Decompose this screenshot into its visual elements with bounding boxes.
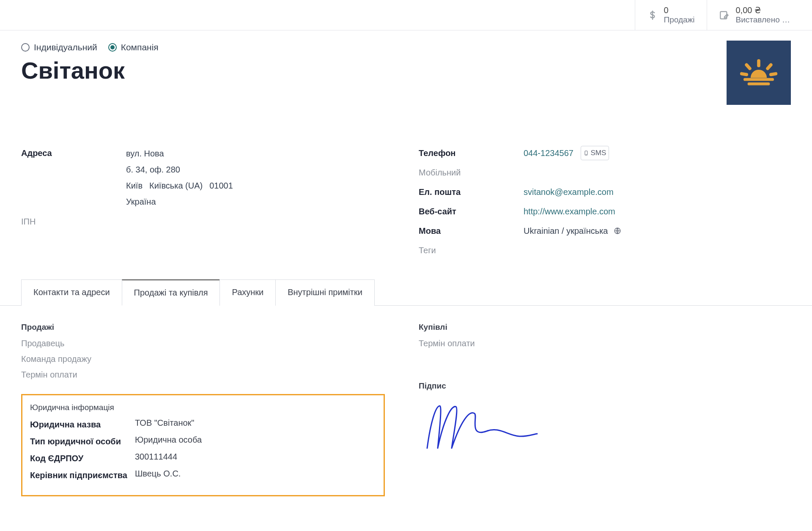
language-value[interactable]: Ukrainian / українська xyxy=(524,226,608,235)
sales-stat-button[interactable]: 0 Продажі xyxy=(635,0,707,30)
radio-individual[interactable]: Індивідуальний xyxy=(21,42,97,52)
legal-type-value[interactable]: Юридична особа xyxy=(135,435,376,445)
salesteam-field[interactable]: Команда продажу xyxy=(21,354,393,364)
tags-value[interactable] xyxy=(524,243,791,258)
sms-button[interactable]: SMS xyxy=(581,146,609,161)
ipn-label: ІПН xyxy=(21,214,126,229)
email-label: Ел. пошта xyxy=(419,184,524,200)
svg-line-4 xyxy=(742,74,747,75)
svg-line-3 xyxy=(768,65,771,69)
radio-dot-icon xyxy=(21,43,30,52)
legal-head-value[interactable]: Швець О.С. xyxy=(135,469,376,479)
purchase-payterm-field[interactable]: Термін оплати xyxy=(419,339,791,348)
legal-name-value[interactable]: ТОВ "Світанок" xyxy=(135,418,376,428)
mobile-label: Мобільний xyxy=(419,165,524,180)
email-value[interactable]: svitanok@example.com xyxy=(524,187,614,197)
legal-info-box: Юридична інформація Юридична назва ТОВ "… xyxy=(21,394,385,496)
legal-code-value[interactable]: 300111444 xyxy=(135,452,376,462)
address-zip: 01001 xyxy=(209,178,233,194)
radio-company[interactable]: Компанія xyxy=(108,42,159,52)
tab-contacts[interactable]: Контакти та адреси xyxy=(21,279,122,306)
salesperson-field[interactable]: Продавець xyxy=(21,339,393,348)
svg-line-5 xyxy=(771,74,776,75)
sunrise-icon xyxy=(738,58,779,87)
top-stat-bar: 0 Продажі 0,00 ₴ Виставлено … xyxy=(0,0,812,30)
website-label: Веб-сайт xyxy=(419,204,524,219)
legal-name-label: Юридична назва xyxy=(30,418,135,431)
edit-note-icon xyxy=(719,10,730,21)
tab-internal-notes[interactable]: Внутрішні примітки xyxy=(275,279,375,306)
address-city: Київ xyxy=(126,178,143,194)
language-label: Мова xyxy=(419,223,524,238)
phone-icon xyxy=(584,150,589,156)
signature-title: Підпис xyxy=(419,381,791,391)
tabs: Контакти та адреси Продажі та купівля Ра… xyxy=(0,279,812,306)
legal-code-label: Код ЄДРПОУ xyxy=(30,452,135,465)
legal-section-title: Юридична інформація xyxy=(30,403,376,412)
sales-section-title: Продажі xyxy=(21,323,393,332)
svg-point-9 xyxy=(586,154,587,155)
tab-sales-purchase[interactable]: Продажі та купівля xyxy=(122,279,220,306)
radio-dot-icon xyxy=(108,43,117,52)
sales-count: 0 xyxy=(664,5,695,15)
website-value[interactable]: http://www.example.com xyxy=(524,207,615,216)
purchases-section-title: Купівлі xyxy=(419,323,791,332)
legal-type-label: Тип юридичної особи xyxy=(30,435,135,448)
address-country: Україна xyxy=(126,194,393,210)
entity-type-row: Індивідуальний Компанія xyxy=(21,42,791,52)
address-region: Київська (UA) xyxy=(149,178,203,194)
signature-image xyxy=(419,397,546,457)
radio-company-label: Компанія xyxy=(121,42,159,52)
avatar[interactable] xyxy=(727,41,791,105)
radio-individual-label: Індивідуальний xyxy=(34,42,97,52)
address-label: Адреса xyxy=(21,145,126,210)
invoiced-stat-button[interactable]: 0,00 ₴ Виставлено … xyxy=(707,0,802,30)
tab-invoices[interactable]: Рахунки xyxy=(219,279,276,306)
globe-icon[interactable] xyxy=(614,224,621,232)
company-title[interactable]: Світанок xyxy=(21,57,125,84)
invoiced-label: Виставлено … xyxy=(736,15,790,25)
sms-label: SMS xyxy=(590,147,606,160)
tags-label: Теги xyxy=(419,243,524,258)
sales-label: Продажі xyxy=(664,15,695,25)
address-building: б. 34, оф. 280 xyxy=(126,161,393,178)
mobile-value[interactable] xyxy=(524,165,791,180)
invoiced-amount: 0,00 ₴ xyxy=(736,5,790,15)
address-value[interactable]: вул. Нова б. 34, оф. 280 Київ Київська (… xyxy=(126,145,393,210)
ipn-value[interactable] xyxy=(126,214,393,229)
svg-line-2 xyxy=(746,65,750,69)
phone-value[interactable]: 044-1234567 xyxy=(524,148,573,158)
dollar-icon xyxy=(647,10,658,21)
phone-label: Телефон xyxy=(419,145,524,161)
legal-head-label: Керівник підприємства xyxy=(30,469,135,482)
sales-payterm-field[interactable]: Термін оплати xyxy=(21,370,393,380)
address-street: вул. Нова xyxy=(126,145,393,161)
